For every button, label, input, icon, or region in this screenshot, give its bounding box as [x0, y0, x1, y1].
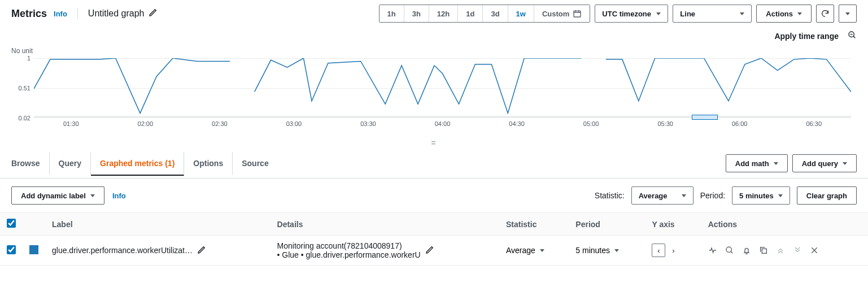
row-period-value: 5 minutes [575, 246, 610, 255]
bell-icon[interactable] [742, 246, 751, 255]
tabs-row: Browse Query Graphed metrics (1) Options… [0, 149, 868, 179]
statistic-value: Average [639, 192, 668, 200]
time-1d-button[interactable]: 1d [458, 5, 483, 22]
table-row: glue.driver.performance.workerUtilizat… … [0, 236, 868, 266]
time-3d-button[interactable]: 3d [483, 5, 508, 22]
caret-down-icon [614, 249, 619, 252]
col-details: Details [271, 213, 499, 236]
x-tick: 06:30 [777, 120, 851, 132]
resize-handle[interactable]: = [0, 137, 868, 149]
col-period: Period [569, 213, 645, 236]
page-title: Metrics [11, 8, 47, 20]
chart-type-select[interactable]: Line [673, 5, 752, 23]
time-range-group: 1h 3h 12h 1d 3d 1w Custom [379, 5, 591, 23]
time-1w-button[interactable]: 1w [508, 5, 534, 22]
graph-name: Untitled graph [88, 8, 145, 19]
y-axis-ticks: 1 0.51 0.02 [11, 58, 33, 118]
x-tick: 04:30 [479, 120, 554, 132]
move-down-icon [793, 246, 802, 255]
caret-down-icon [540, 249, 544, 252]
chart-type-label: Line [680, 10, 695, 18]
metrics-table: Label Details Statistic Period Y axis Ac… [0, 212, 868, 266]
svg-rect-3 [762, 249, 766, 253]
metric-label: glue.driver.performance.workerUtilizat… [52, 246, 193, 255]
zoom-handle[interactable] [692, 115, 718, 120]
close-icon[interactable] [810, 246, 819, 255]
period-value: 5 minutes [739, 192, 774, 200]
search-icon[interactable] [725, 246, 734, 255]
timezone-label: UTC timezone [602, 10, 651, 18]
tabs-actions: Add math Add query [726, 149, 857, 178]
caret-down-icon [90, 194, 95, 197]
yaxis-left-button[interactable]: ‹ [652, 244, 665, 257]
x-tick: 03:00 [257, 120, 332, 132]
period-label: Period: [700, 191, 725, 200]
apply-bar: Apply time range [0, 27, 868, 41]
caret-down-icon [843, 162, 847, 165]
actions-label: Actions [766, 10, 793, 18]
row-period-select[interactable]: 5 minutes [575, 246, 619, 255]
x-tick: 05:30 [628, 120, 703, 132]
statistic-select[interactable]: Average [631, 186, 693, 205]
calendar-icon [573, 9, 582, 18]
x-tick: 06:00 [703, 120, 777, 132]
select-all-checkbox[interactable] [7, 219, 16, 228]
time-controls: 1h 3h 12h 1d 3d 1w Custom UTC timezone L… [379, 5, 857, 23]
row-checkbox[interactable] [7, 245, 16, 254]
time-custom-button[interactable]: Custom [534, 5, 590, 22]
time-3h-button[interactable]: 3h [404, 5, 429, 22]
chart-grid[interactable] [34, 58, 851, 118]
y-axis-label: No unit [11, 47, 33, 55]
caret-down-icon [778, 194, 783, 197]
color-swatch[interactable] [29, 245, 38, 254]
time-12h-button[interactable]: 12h [429, 5, 458, 22]
zoom-out-icon[interactable] [848, 31, 857, 41]
add-query-button[interactable]: Add query [792, 154, 857, 172]
time-1h-button[interactable]: 1h [380, 5, 404, 22]
tab-graphed-metrics[interactable]: Graphed metrics (1) [91, 152, 184, 176]
add-math-button[interactable]: Add math [726, 154, 788, 172]
actions-button[interactable]: Actions [756, 5, 812, 23]
refresh-icon [821, 9, 830, 18]
add-math-label: Add math [735, 159, 769, 168]
clear-graph-button[interactable]: Clear graph [797, 186, 857, 205]
pencil-icon[interactable] [149, 8, 158, 19]
x-tick: 02:00 [108, 120, 183, 132]
tab-options[interactable]: Options [184, 152, 233, 175]
timezone-select[interactable]: UTC timezone [595, 5, 668, 23]
more-button[interactable] [839, 5, 857, 23]
caret-down-icon [845, 12, 850, 15]
info-link[interactable]: Info [112, 192, 126, 200]
graph-name-container: Untitled graph [88, 8, 158, 19]
x-tick: 04:00 [405, 120, 480, 132]
caret-down-icon [656, 12, 661, 15]
caret-down-icon [682, 194, 686, 197]
caret-down-icon [797, 12, 802, 15]
add-query-label: Add query [802, 159, 838, 168]
col-yaxis: Y axis [645, 213, 701, 236]
statistic-label: Statistic: [595, 191, 625, 200]
pencil-icon[interactable] [425, 245, 434, 256]
x-tick: 05:00 [554, 120, 629, 132]
copy-icon[interactable] [759, 246, 768, 255]
tab-browse[interactable]: Browse [11, 152, 50, 175]
metric-details: Monitoring account(782104008917) • Glue … [277, 241, 421, 259]
tab-source[interactable]: Source [233, 152, 277, 175]
move-up-icon [776, 246, 785, 255]
x-tick: 02:30 [182, 120, 257, 132]
info-link[interactable]: Info [54, 10, 67, 18]
dynamic-label-text: Add dynamic label [21, 192, 86, 200]
controls-right: Statistic: Average Period: 5 minutes Cle… [595, 186, 857, 205]
add-dynamic-label-button[interactable]: Add dynamic label [11, 186, 104, 205]
yaxis-right-button[interactable]: › [666, 244, 680, 257]
svg-point-2 [726, 247, 731, 252]
y-tick: 0.02 [19, 115, 30, 121]
row-statistic-select[interactable]: Average [506, 246, 544, 255]
pulse-icon[interactable] [708, 246, 717, 255]
pencil-icon[interactable] [197, 245, 206, 256]
time-custom-label: Custom [542, 10, 569, 18]
tab-query[interactable]: Query [50, 152, 91, 175]
refresh-button[interactable] [816, 5, 834, 23]
period-select[interactable]: 5 minutes [732, 186, 790, 205]
apply-time-range[interactable]: Apply time range [774, 32, 839, 41]
